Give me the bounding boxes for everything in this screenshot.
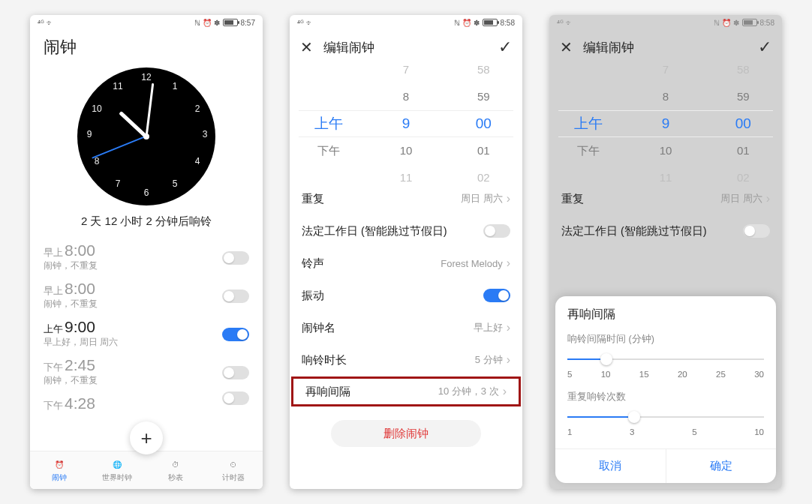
row-label: 振动 — [302, 289, 324, 303]
delete-alarm-button[interactable]: 删除闹钟 — [331, 420, 481, 447]
row-label: 法定工作日 (智能跳过节假日) — [302, 224, 447, 238]
picker-value: 59 — [705, 83, 782, 110]
alarm-sub: 早上好，周日 周六 — [44, 336, 249, 349]
count-slider[interactable] — [567, 410, 764, 424]
interval-label: 响铃间隔时间 (分钟) — [567, 333, 764, 346]
hour-hand — [119, 110, 148, 137]
alarm-toggle[interactable] — [222, 290, 249, 303]
picker-value: 11 — [367, 164, 444, 191]
alarm-time: 8:00 — [65, 242, 95, 260]
confirm-button[interactable]: ✓ — [758, 38, 771, 57]
globe-icon: 🌐 — [110, 458, 124, 471]
tab-stopwatch[interactable]: ⏱秒表 — [146, 452, 205, 489]
signal-icon: ⁴ᴳ ᯤ — [297, 19, 314, 27]
picker-value: 8 — [627, 83, 704, 110]
alarm-sub: 闹钟，不重复 — [44, 374, 249, 387]
tab-label: 世界时钟 — [102, 472, 132, 483]
ok-button[interactable]: 确定 — [666, 449, 777, 483]
alarm-sub: 闹钟，不重复 — [44, 260, 249, 272]
ampm-column[interactable]: . . 上午 下午 . — [290, 64, 367, 183]
status-time: 8:58 — [501, 19, 515, 27]
time-picker[interactable]: . . 上午 下午 . 7 8 9 10 11 58 59 00 01 02 — [290, 64, 522, 183]
alarm-row[interactable]: 下午2:45 闹钟，不重复 — [30, 351, 263, 389]
tab-alarm[interactable]: ⏰闹钟 — [30, 452, 89, 489]
add-alarm-button[interactable]: + — [130, 422, 163, 454]
tab-label: 秒表 — [168, 472, 183, 483]
picker-value: 9 — [627, 110, 704, 137]
tab-world-clock[interactable]: 🌐世界时钟 — [89, 452, 147, 489]
alarm-row[interactable]: 早上8:00 闹钟，不重复 — [30, 274, 263, 313]
row-value: 10 分钟，3 次 — [438, 385, 507, 398]
statusbar: ⁴ᴳ ᯤ ℕ ⏰ ✽8:57 — [30, 15, 263, 30]
row-label: 重复 — [302, 192, 324, 206]
row-label: 重复 — [561, 192, 584, 206]
status-icons: ℕ ⏰ ✽ — [194, 19, 220, 27]
battery-icon — [742, 19, 757, 26]
edit-alarm-screen: ⁴ᴳ ᯤ ℕ ⏰ ✽8:58 ✕编辑闹钟 ✓ . . 上午 下午 . 7 8 9… — [290, 15, 522, 489]
alarm-toggle[interactable] — [222, 328, 249, 341]
alarm-row[interactable]: 早上8:00 闹钟，不重复 — [30, 236, 263, 274]
name-row[interactable]: 闹钟名早上好 — [290, 312, 522, 344]
row-label: 再响间隔 — [305, 385, 350, 399]
alarm-row[interactable]: 上午9:00 早上好，周日 周六 — [30, 313, 263, 351]
snooze-bottom-sheet: 再响间隔 响铃间隔时间 (分钟) 51015202530 重复响铃次数 1351… — [555, 296, 776, 483]
alarm-toggle[interactable] — [222, 392, 249, 405]
picker-value: 00 — [445, 110, 522, 137]
duration-row[interactable]: 响铃时长5 分钟 — [290, 344, 522, 376]
picker-value: 上午 — [549, 110, 627, 137]
tab-label: 计时器 — [222, 472, 245, 483]
alarm-sub: 闹钟，不重复 — [44, 298, 249, 310]
alarm-prefix: 下午 — [44, 361, 63, 374]
vibrate-toggle[interactable] — [483, 289, 510, 302]
row-label: 铃声 — [302, 256, 324, 271]
time-picker: .. 上午 下午 . 7 8 9 10 11 58 59 00 01 02 — [549, 64, 782, 183]
alarm-toggle[interactable] — [222, 251, 249, 265]
alarm-toggle[interactable] — [222, 366, 249, 380]
confirm-button[interactable]: ✓ — [498, 38, 512, 57]
workday-toggle — [743, 224, 770, 238]
interval-slider[interactable] — [567, 352, 764, 367]
alarm-icon: ⏰ — [53, 458, 66, 471]
second-hand — [92, 136, 146, 159]
ringtone-row[interactable]: 铃声Forest Melody — [290, 248, 522, 280]
vibrate-row[interactable]: 振动 — [290, 280, 522, 312]
snooze-dialog-screen: ⁴ᴳ ᯤ ℕ ⏰ ✽8:58 ✕编辑闹钟 ✓ .. 上午 下午 . 7 8 9 … — [549, 15, 782, 489]
workday-row[interactable]: 法定工作日 (智能跳过节假日) — [290, 215, 522, 248]
status-icons: ℕ ⏰ ✽ — [714, 19, 739, 27]
tab-timer[interactable]: ⏲计时器 — [205, 452, 263, 489]
status-icons: ℕ ⏰ ✽ — [454, 19, 480, 27]
page-title: 编辑闹钟 — [583, 39, 634, 56]
picker-value: 7 — [367, 56, 444, 83]
signal-icon: ⁴ᴳ ᯤ — [557, 19, 573, 27]
battery-icon — [223, 19, 238, 26]
tab-label: 闹钟 — [52, 472, 67, 483]
timer-icon: ⏲ — [227, 458, 240, 471]
picker-value: 59 — [445, 83, 522, 110]
count-slider-labels: 13510 — [567, 428, 764, 436]
alarm-row[interactable]: 下午4:28 — [30, 389, 263, 415]
minute-column[interactable]: 58 59 00 01 02 — [445, 64, 522, 183]
workday-row: 法定工作日 (智能跳过节假日) — [549, 215, 782, 248]
snooze-row[interactable]: 再响间隔10 分钟，3 次 — [291, 376, 521, 406]
picker-value: 02 — [445, 164, 522, 191]
workday-toggle[interactable] — [483, 224, 510, 238]
interval-slider-labels: 51015202530 — [567, 370, 764, 379]
picker-value: 10 — [367, 137, 444, 164]
picker-value: 10 — [627, 137, 704, 164]
next-alarm-countdown: 2 天 12 小时 2 分钟后响铃 — [30, 214, 263, 236]
analog-clock: 12 1 2 3 4 5 6 7 8 9 10 11 — [77, 68, 215, 206]
close-button[interactable]: ✕ — [300, 38, 313, 56]
picker-value: 00 — [705, 110, 782, 137]
hour-column[interactable]: 7 8 9 10 11 — [367, 64, 444, 183]
row-value: Forest Melody — [441, 256, 510, 270]
row-label: 法定工作日 (智能跳过节假日) — [561, 224, 707, 238]
alarm-list-screen: ⁴ᴳ ᯤ ℕ ⏰ ✽8:57 闹钟 12 1 2 3 4 5 6 7 8 9 1… — [30, 15, 263, 489]
close-button[interactable]: ✕ — [560, 38, 573, 56]
cancel-button[interactable]: 取消 — [555, 449, 666, 483]
picker-value: 01 — [705, 137, 782, 164]
signal-icon: ⁴ᴳ ᯤ — [38, 19, 54, 27]
alarm-prefix: 上午 — [44, 322, 63, 336]
battery-icon — [483, 19, 498, 26]
picker-value: 上午 — [290, 110, 367, 137]
alarm-time: 9:00 — [65, 318, 95, 336]
